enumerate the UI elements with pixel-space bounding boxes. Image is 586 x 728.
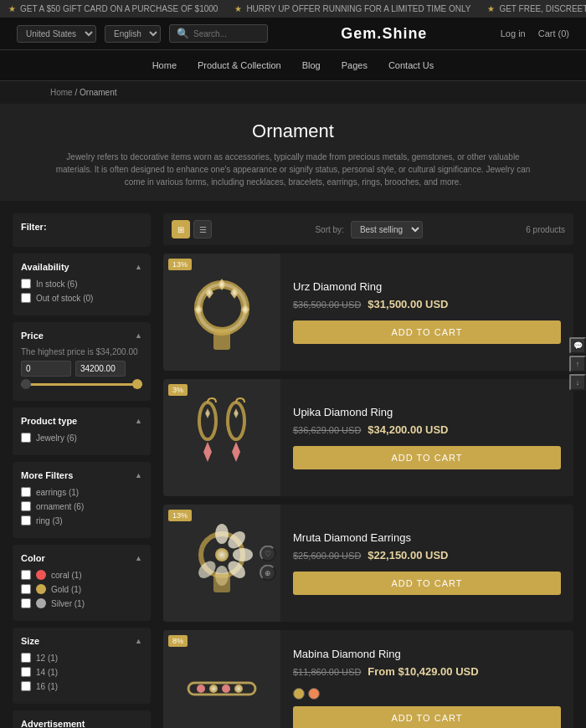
sidebar: Filter: Availability ▲ In stock (6) Out … — [13, 213, 151, 728]
language-select[interactable]: English — [105, 25, 161, 43]
product-price-2: $36,629.00 USD $34,200.00 USD — [293, 423, 561, 436]
price-slider[interactable] — [21, 383, 142, 386]
page-description: Jewelry refers to decorative items worn … — [50, 151, 536, 188]
jewelry-checkbox[interactable] — [21, 433, 31, 443]
price-title[interactable]: Price ▲ — [21, 331, 142, 341]
grid-view-button[interactable]: ⊞ — [172, 220, 190, 238]
nav-contact[interactable]: Contact Us — [388, 59, 434, 72]
slider-thumb-left[interactable] — [21, 379, 31, 389]
product-name-2: Upika Diamond Ring — [293, 406, 561, 418]
list-view-button[interactable]: ☰ — [193, 220, 212, 238]
sort-area: Sort by: Best selling — [315, 221, 422, 238]
size-14-checkbox[interactable] — [21, 667, 31, 677]
svg-point-24 — [215, 548, 229, 561]
svg-point-12 — [228, 402, 244, 439]
ornament-checkbox[interactable] — [21, 501, 31, 511]
svg-rect-10 — [213, 329, 230, 350]
product-type-filter: Product type ▲ Jewelry (6) — [13, 408, 151, 455]
product-list: 13% — [163, 254, 573, 728]
chevron-up-icon-size: ▲ — [135, 637, 142, 645]
nav-blog[interactable]: Blog — [302, 59, 321, 72]
more-filters-title[interactable]: More Filters ▲ — [21, 470, 142, 480]
main-nav: Home Product & Collection Blog Pages Con… — [0, 50, 586, 81]
product-card-1: 13% — [163, 254, 573, 371]
nav-products[interactable]: Product & Collection — [198, 59, 281, 72]
product-toolbar: ⊞ ☰ Sort by: Best selling 6 products — [163, 213, 573, 245]
search-box[interactable]: 🔍 — [169, 24, 268, 43]
price-new-4: From $10,429.00 USD — [368, 665, 478, 678]
ticker-item-2: HURRY UP OFFER RUNNING FOR A LIMITED TIM… — [234, 4, 470, 13]
silver-checkbox[interactable] — [21, 598, 31, 608]
nav-home[interactable]: Home — [152, 59, 177, 72]
ticker-item-1: GET A $50 GIFT CARD ON A PURCHASE OF $10… — [8, 4, 218, 13]
cart-link[interactable]: Cart (0) — [538, 28, 569, 38]
svg-marker-16 — [234, 408, 239, 418]
slider-thumb-right[interactable] — [132, 379, 142, 389]
svg-point-18 — [215, 524, 229, 544]
price-old-4: $11,860.00 USD — [293, 667, 361, 677]
swatch-yellow-4[interactable] — [293, 688, 305, 700]
product-card-2: 3% — [163, 379, 573, 496]
earrings-checkbox[interactable] — [21, 487, 31, 497]
page-title: Ornament — [50, 120, 536, 142]
swatch-orange-4[interactable] — [308, 688, 320, 700]
country-select[interactable]: United States — [17, 25, 96, 43]
product-badge-2: 3% — [168, 384, 188, 396]
product-actions-3: ♡ ⊕ — [260, 546, 276, 582]
add-to-cart-button-2[interactable]: ADD TO CART — [293, 446, 561, 469]
gold-color-dot — [36, 584, 46, 594]
out-of-stock-checkbox[interactable] — [21, 293, 31, 303]
in-stock-checkbox[interactable] — [21, 279, 31, 289]
add-to-cart-button-1[interactable]: ADD TO CART — [293, 320, 561, 344]
header-left: United States English 🔍 — [17, 24, 268, 43]
product-jewelry-svg-3 — [176, 517, 268, 609]
product-type-title[interactable]: Product type ▲ — [21, 416, 142, 426]
nav-pages[interactable]: Pages — [342, 59, 368, 72]
page-hero: Ornament Jewelry refers to decorative it… — [0, 104, 586, 201]
product-count: 6 products — [526, 225, 565, 234]
price-inputs — [21, 361, 142, 377]
wishlist-button-3[interactable]: ♡ — [260, 546, 276, 562]
size-12-row: 12 (1) — [21, 653, 142, 663]
svg-point-30 — [234, 684, 243, 693]
availability-title[interactable]: Availability ▲ — [21, 262, 142, 272]
size-14-row: 14 (1) — [21, 667, 142, 677]
float-down-button[interactable]: ↓ — [569, 374, 586, 391]
price-old-3: $25,600.00 USD — [293, 551, 361, 561]
svg-point-27 — [197, 684, 205, 693]
product-image-4: 8% — [163, 630, 280, 728]
product-info-2: Upika Diamond Ring $36,629.00 USD $34,20… — [280, 379, 573, 496]
sort-select[interactable]: Best selling — [351, 221, 423, 238]
size-16-checkbox[interactable] — [21, 681, 31, 691]
ring-checkbox[interactable] — [21, 515, 31, 525]
svg-point-29 — [222, 684, 230, 693]
color-filter: Color ▲ coral (1) Gold (1) Silver (1) — [13, 545, 151, 621]
price-min-input[interactable] — [21, 361, 71, 377]
header: United States English 🔍 Gem.Shine Log in… — [0, 18, 586, 50]
size-16-row: 16 (1) — [21, 681, 142, 691]
size-12-checkbox[interactable] — [21, 653, 31, 663]
svg-point-4 — [198, 285, 245, 331]
price-max-input[interactable] — [75, 361, 126, 377]
filter-header: Filter: — [13, 213, 151, 247]
coral-checkbox[interactable] — [21, 570, 31, 580]
product-info-3: Mruta Diamond Earrings $25,600.00 USD $2… — [280, 505, 573, 622]
breadcrumb-current: Ornament — [80, 88, 116, 97]
login-link[interactable]: Log in — [501, 28, 526, 38]
float-chat-button[interactable]: 💬 — [569, 337, 586, 354]
advertisement-title: Advertisement — [21, 719, 142, 728]
float-up-button[interactable]: ↑ — [569, 356, 586, 372]
add-to-cart-button-4[interactable]: ADD TO CART — [293, 706, 561, 728]
search-input[interactable] — [193, 29, 260, 38]
color-title[interactable]: Color ▲ — [21, 553, 142, 563]
search-icon: 🔍 — [177, 28, 189, 39]
product-name-3: Mruta Diamond Earrings — [293, 531, 561, 544]
price-new-2: $34,200.00 USD — [368, 423, 448, 436]
svg-rect-25 — [213, 574, 230, 592]
size-title[interactable]: Size ▲ — [21, 636, 142, 646]
sort-label: Sort by: — [315, 225, 343, 234]
gold-checkbox[interactable] — [21, 584, 31, 594]
add-to-cart-button-3[interactable]: ADD TO CART — [293, 572, 561, 595]
quickview-button-3[interactable]: ⊕ — [260, 565, 276, 582]
breadcrumb-home[interactable]: Home — [50, 88, 73, 97]
